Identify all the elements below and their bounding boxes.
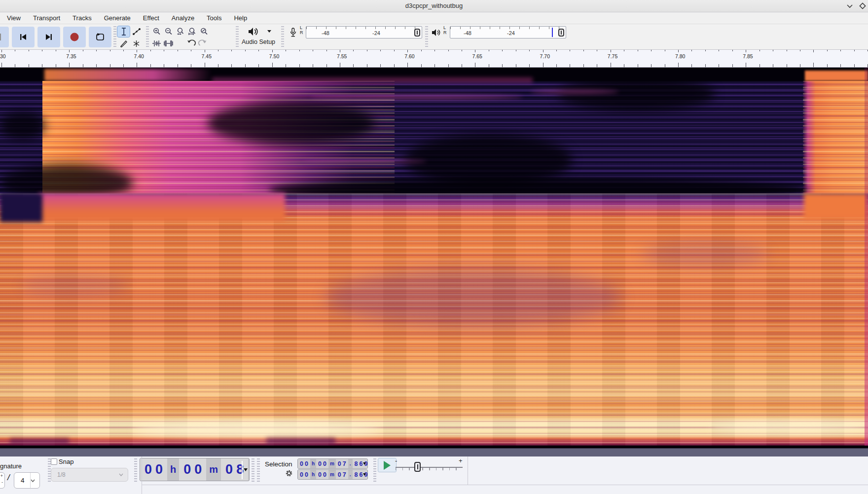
selection-end-display[interactable]: 00h00m07.869s <box>297 469 368 480</box>
ruler-tick <box>760 64 760 67</box>
menu-effect[interactable]: Effect <box>140 13 162 23</box>
audio-setup-label[interactable]: Audio Setup <box>228 38 289 45</box>
time-digits[interactable]: 00 <box>316 470 328 479</box>
snap-checkbox[interactable] <box>51 458 57 465</box>
silence-audio-button[interactable] <box>162 38 175 49</box>
selection-options-gear-icon[interactable] <box>285 469 293 479</box>
toolbar-grip[interactable] <box>281 26 284 48</box>
selection-start-display[interactable]: 00h00m07.869s <box>297 458 368 469</box>
multi-tool-button[interactable] <box>130 38 143 49</box>
ruler-tick <box>597 50 597 51</box>
toolbar-grip[interactable] <box>257 458 260 482</box>
toolbar-grip[interactable] <box>113 26 116 48</box>
undo-button[interactable] <box>185 38 197 49</box>
toolbar-grip[interactable] <box>146 26 149 48</box>
menu-analyze[interactable]: Analyze <box>169 13 197 23</box>
skip-to-end-button[interactable] <box>37 27 60 47</box>
stop-button[interactable] <box>0 27 9 47</box>
menu-view[interactable]: View <box>4 13 24 23</box>
trim-audio-icon <box>152 39 161 47</box>
audio-position-display[interactable]: 00h00m08s <box>140 458 250 481</box>
time-signature-denominator-select[interactable]: 4 <box>14 472 40 489</box>
zoom-toggle-button[interactable] <box>198 26 210 37</box>
redo-icon <box>198 39 208 48</box>
ruler-tick <box>380 64 381 67</box>
menu-transport[interactable]: Transport <box>30 13 63 23</box>
time-unit[interactable]: m <box>328 470 336 479</box>
spectrogram-track[interactable] <box>0 68 868 446</box>
play-meter[interactable]: -48 -24 <box>450 26 566 38</box>
title-bar[interactable]: d3cpcpr_withoutbug <box>0 0 868 12</box>
time-unit[interactable]: h <box>167 458 179 481</box>
ruler-tick <box>746 63 746 67</box>
toolbar-grip[interactable] <box>373 458 376 482</box>
ruler-tick <box>29 50 29 51</box>
ruler-tick <box>421 50 422 51</box>
fit-project-button[interactable] <box>186 26 198 37</box>
time-digits[interactable]: 00 <box>316 459 328 468</box>
ruler-tick <box>272 50 273 52</box>
ibeam-icon <box>120 27 128 36</box>
menu-bar: View Transport Tracks Generate Effect An… <box>0 12 868 24</box>
time-digits[interactable]: 07 <box>336 470 348 479</box>
ruler-tick <box>475 63 475 67</box>
time-unit[interactable]: . <box>348 459 353 468</box>
time-unit[interactable]: s <box>248 458 250 481</box>
ruler-label: 7.85 <box>743 53 753 59</box>
ruler-tick <box>556 64 557 67</box>
loop-button[interactable] <box>89 27 111 47</box>
draw-tool-button[interactable] <box>117 38 130 49</box>
ruler-tick <box>556 50 557 51</box>
time-unit[interactable]: . <box>348 470 353 479</box>
play-meter-speaker-icon[interactable] <box>431 28 442 39</box>
time-signature-spinner[interactable]: + - <box>0 472 5 489</box>
record-button[interactable] <box>63 27 86 47</box>
ruler-tick <box>56 50 56 51</box>
maximize-window-icon[interactable] <box>857 1 868 10</box>
trim-audio-button[interactable] <box>150 38 163 49</box>
record-gain-slider-thumb[interactable] <box>414 29 420 37</box>
menu-generate[interactable]: Generate <box>101 13 134 23</box>
horizontal-scrollbar[interactable] <box>0 448 868 456</box>
zoom-in-button[interactable] <box>150 26 163 37</box>
toolbar-grip[interactable] <box>134 458 137 482</box>
toolbar-grip[interactable] <box>252 458 254 482</box>
fit-selection-button[interactable] <box>174 26 186 37</box>
selection-tool-button[interactable] <box>117 26 130 37</box>
zoom-toggle-icon <box>200 27 209 36</box>
zoom-out-button[interactable] <box>162 26 175 37</box>
menu-tracks[interactable]: Tracks <box>70 13 95 23</box>
time-digits[interactable]: 00 <box>298 459 310 468</box>
record-meter[interactable]: -48 -24 <box>306 26 422 38</box>
skip-to-start-button[interactable] <box>12 27 35 47</box>
redo-button[interactable] <box>197 38 209 49</box>
ruler-tick <box>56 64 56 67</box>
skip-to-start-icon <box>19 33 28 41</box>
menu-help[interactable]: Help <box>231 13 250 23</box>
snap-mode-select[interactable]: 1/8 <box>51 468 128 482</box>
shade-window-icon[interactable] <box>844 1 855 10</box>
timeline-ruler[interactable]: 307.357.407.457.507.557.607.657.707.757.… <box>0 50 868 68</box>
menu-tools[interactable]: Tools <box>204 13 224 23</box>
dropdown-caret-icon <box>363 462 366 465</box>
time-digits[interactable]: 00 <box>298 470 310 479</box>
time-digits[interactable]: 00 <box>140 458 167 481</box>
play-at-speed-button[interactable] <box>378 458 397 472</box>
time-digits[interactable]: 00 <box>179 458 206 481</box>
toolbar-grip[interactable] <box>425 26 428 48</box>
ruler-tick <box>624 50 624 51</box>
ruler-label: 7.40 <box>134 53 144 59</box>
envelope-tool-button[interactable] <box>130 26 143 37</box>
ruler-tick <box>570 64 570 67</box>
record-meter-mic-icon[interactable] <box>288 27 299 39</box>
time-unit[interactable]: h <box>310 459 316 468</box>
play-volume-slider-thumb[interactable] <box>558 29 564 37</box>
audio-setup-button[interactable] <box>248 26 271 38</box>
play-speed-slider-thumb[interactable] <box>414 462 421 472</box>
ruler-label: 7.75 <box>608 53 617 59</box>
time-digits[interactable]: 07 <box>336 459 348 468</box>
ruler-tick <box>448 50 449 51</box>
time-unit[interactable]: m <box>328 459 336 468</box>
time-unit[interactable]: m <box>206 458 221 481</box>
time-unit[interactable]: h <box>310 470 316 479</box>
